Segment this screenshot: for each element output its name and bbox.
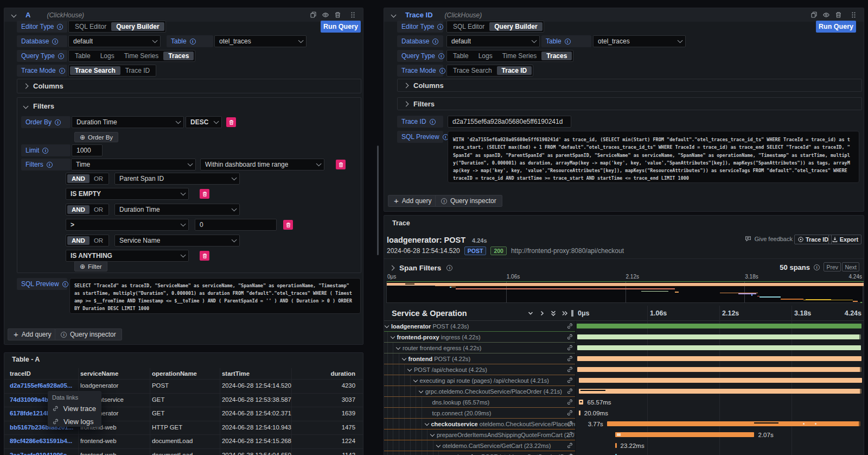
span-row[interactable]: checkoutservice oteldemo.CheckoutService… xyxy=(384,419,864,429)
time-filter-field-select[interactable]: Time xyxy=(71,159,196,170)
sql-editor-option[interactable]: SQL Editor xyxy=(70,22,111,31)
span-link-icon[interactable] xyxy=(566,399,573,406)
query-row-header-a[interactable]: A (ClickHouse) xyxy=(4,8,363,22)
span-bar[interactable] xyxy=(577,367,861,372)
filters-section[interactable]: Filters xyxy=(397,97,862,110)
span-row[interactable]: executing api route (pages) /api/checkou… xyxy=(384,375,864,386)
collapse-chevron-icon[interactable] xyxy=(391,12,397,18)
info-icon[interactable]: i xyxy=(58,53,64,59)
span-collapse-icon[interactable] xyxy=(413,378,417,382)
or-option[interactable]: OR xyxy=(90,174,107,183)
remove-condition-button[interactable] xyxy=(283,220,293,230)
condition-field-select[interactable]: Duration Time xyxy=(114,204,240,216)
database-select[interactable]: default xyxy=(446,35,540,47)
query-type-logs[interactable]: Logs xyxy=(95,52,119,60)
collapse-all-icon[interactable] xyxy=(550,309,557,317)
span-row[interactable]: POST /api/checkout (4.22s) xyxy=(384,364,864,375)
run-query-button[interactable]: Run Query xyxy=(321,21,361,33)
condition-operator-select[interactable]: > xyxy=(66,219,189,231)
col-header-servicename[interactable]: serviceName xyxy=(80,370,118,377)
condition-field-select[interactable]: Service Name xyxy=(114,235,240,247)
span-filters-header[interactable]: Span Filters i xyxy=(390,264,452,272)
duplicate-query-icon[interactable] xyxy=(810,11,818,18)
or-option[interactable]: OR xyxy=(90,236,107,245)
span-bar[interactable] xyxy=(579,389,861,394)
table-cell-traceid[interactable]: d2a7155ef6a928a05... xyxy=(10,382,72,389)
col-header-starttime[interactable]: startTime xyxy=(222,370,250,377)
columns-section[interactable]: Columns xyxy=(17,79,361,93)
next-button[interactable]: Next xyxy=(842,262,859,271)
query-type-table[interactable]: Table xyxy=(448,52,474,60)
span-link-icon[interactable] xyxy=(566,344,573,351)
span-link-icon[interactable] xyxy=(566,388,573,395)
condition-operator-select[interactable]: IS EMPTY xyxy=(66,188,189,200)
give-feedback-link[interactable]: Give feedback xyxy=(744,235,793,242)
span-bar[interactable] xyxy=(577,324,861,328)
duplicate-query-icon[interactable] xyxy=(310,11,317,18)
span-bar[interactable] xyxy=(579,410,580,415)
span-collapse-icon[interactable] xyxy=(401,356,406,361)
info-icon[interactable]: i xyxy=(62,281,68,287)
span-link-icon[interactable] xyxy=(566,366,573,373)
span-row[interactable]: oteldemo.CartService/GetCart (23.22ms)23… xyxy=(384,440,864,451)
span-bar[interactable] xyxy=(579,400,583,405)
info-icon[interactable]: i xyxy=(439,68,445,74)
collapse-chevron-icon[interactable] xyxy=(11,12,17,18)
add-query-button[interactable]: +Add query xyxy=(8,328,57,340)
span-link-icon[interactable] xyxy=(566,333,573,340)
span-row[interactable]: prepareOrderItemsAndShippingQuoteFromCar… xyxy=(384,429,864,440)
condition-operator-select[interactable]: IS ANYTHING xyxy=(66,250,189,262)
delete-query-icon[interactable] xyxy=(334,11,341,18)
query-type-timeseries[interactable]: Time Series xyxy=(119,52,164,60)
trace-search-option[interactable]: Trace Search xyxy=(448,66,497,75)
or-option[interactable]: OR xyxy=(90,205,107,214)
order-by-field-select[interactable]: Duration Time xyxy=(72,116,184,128)
span-link-icon[interactable] xyxy=(566,355,573,362)
and-option[interactable]: AND xyxy=(67,174,90,183)
collapse-one-icon[interactable] xyxy=(527,309,534,317)
info-icon[interactable]: i xyxy=(430,119,436,125)
delete-query-icon[interactable] xyxy=(835,11,842,18)
trace-id-input[interactable]: d2a7155ef6a928a05680e5ff6190241d xyxy=(448,116,571,128)
query-inspector-button[interactable]: iQuery inspector xyxy=(435,195,502,207)
order-by-direction-select[interactable]: DESC xyxy=(186,116,222,128)
span-row[interactable]: tcp.connect (20.09ms)20.09ms xyxy=(384,408,864,419)
span-collapse-icon[interactable] xyxy=(424,421,429,426)
query-row-header-b[interactable]: Trace ID (ClickHouse) xyxy=(384,8,864,22)
table-cell-traceid[interactable]: 89cf4286e631591b4... xyxy=(10,438,72,444)
span-row[interactable]: loadgenerator POST (4.23s) xyxy=(384,321,864,332)
hide-query-icon[interactable] xyxy=(322,11,329,18)
pane-resize-handle[interactable] xyxy=(377,146,379,255)
add-filter-button[interactable]: ⊕Filter xyxy=(74,261,107,271)
trace-search-option[interactable]: Trace Search xyxy=(70,66,120,75)
remove-time-filter-button[interactable] xyxy=(336,160,346,169)
column-resize-handle[interactable] xyxy=(571,310,573,317)
span-link-icon[interactable] xyxy=(566,431,573,438)
table-select[interactable]: otel_traces xyxy=(214,35,307,47)
drag-handle-icon[interactable] xyxy=(349,11,356,18)
trace-id-button[interactable]: Trace ID xyxy=(794,235,832,244)
span-bar[interactable] xyxy=(615,443,617,448)
query-type-logs[interactable]: Logs xyxy=(474,52,497,60)
columns-section[interactable]: Columns xyxy=(397,79,862,92)
and-option[interactable]: AND xyxy=(67,205,90,214)
trace-id-option[interactable]: Trace ID xyxy=(497,66,532,75)
hide-query-icon[interactable] xyxy=(822,11,830,18)
condition-field-select[interactable]: Parent Span ID xyxy=(114,173,240,185)
span-row[interactable]: frontend-proxy ingress (4.22s) xyxy=(384,332,864,343)
span-row[interactable]: router frontend egress (4.22s) xyxy=(384,343,864,353)
condition-value-input[interactable]: 0 xyxy=(195,219,277,231)
view-trace-menu-item[interactable]: View trace xyxy=(48,402,101,415)
filters-section-header[interactable]: Filters xyxy=(24,102,54,110)
info-icon[interactable]: i xyxy=(190,39,196,45)
info-icon[interactable]: i xyxy=(57,24,63,30)
prev-button[interactable]: Prev xyxy=(824,262,841,271)
span-collapse-icon[interactable] xyxy=(390,334,394,339)
info-icon[interactable]: i xyxy=(42,148,48,154)
span-link-icon[interactable] xyxy=(566,409,573,416)
span-bar[interactable] xyxy=(579,378,862,383)
run-query-button[interactable]: Run Query xyxy=(816,21,856,33)
span-bar[interactable] xyxy=(577,345,861,350)
export-button[interactable]: Export xyxy=(828,235,861,244)
span-bar[interactable] xyxy=(615,432,755,437)
